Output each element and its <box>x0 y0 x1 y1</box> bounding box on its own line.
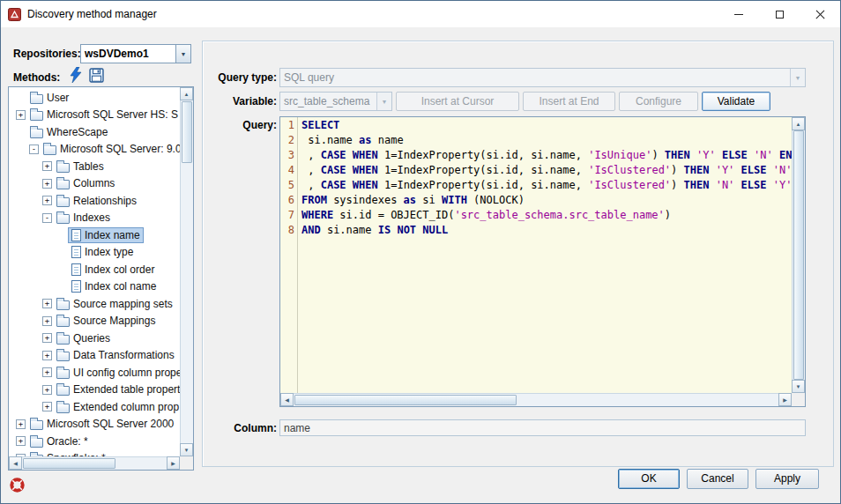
tree-node[interactable]: Index name <box>68 227 144 243</box>
tree-node[interactable]: Queries <box>55 330 114 346</box>
tree-node[interactable]: Data Transformations <box>55 347 178 363</box>
repositories-combo-arrow[interactable]: ▼ <box>175 45 190 63</box>
editor-code[interactable]: SELECT si.name as name , CASE WHEN 1=Ind… <box>299 117 792 393</box>
apply-button[interactable]: Apply <box>755 469 819 489</box>
method-tree[interactable]: User+Microsoft SQL Server HS: SWhereScap… <box>9 87 180 456</box>
repositories-label: Repositories: <box>13 48 81 60</box>
tree-scroll-right-button[interactable]: ▶ <box>167 456 180 470</box>
tree-node[interactable]: Microsoft SQL Server HS: S <box>28 107 180 122</box>
tree-item[interactable]: -Indexes <box>9 210 180 227</box>
tree-node[interactable]: Source mapping sets <box>55 296 176 312</box>
tree-item[interactable]: +Relationships <box>9 192 180 210</box>
expand-plus-icon[interactable]: + <box>42 299 52 308</box>
document-icon <box>71 280 81 293</box>
tree-scroll-up-button[interactable]: ▲ <box>180 87 193 100</box>
tree-item[interactable]: Index type <box>9 244 180 262</box>
editor-horizontal-scrollbar[interactable]: ◀ ▶ <box>280 393 792 406</box>
tree-item[interactable]: +Extended table propert <box>9 382 180 399</box>
editor-vscroll-thumb[interactable] <box>793 130 804 380</box>
tree-item[interactable]: WhereScape <box>9 123 180 141</box>
line-number: 7 <box>280 208 294 223</box>
tree-item-label: Microsoft SQL Server 2000 <box>47 418 174 430</box>
tree-scroll-down-button[interactable]: ▼ <box>180 443 193 456</box>
tree-node[interactable]: Index col name <box>68 278 160 294</box>
tree-item[interactable]: Index col order <box>9 261 180 278</box>
tree-item[interactable]: +Oracle: * <box>9 433 180 450</box>
tree-item[interactable]: +Tables <box>9 158 180 175</box>
tree-item[interactable]: +Extended column prop <box>9 398 180 416</box>
tree-item[interactable]: +Queries <box>9 330 180 347</box>
tree-node[interactable]: Microsoft SQL Server: 9.0 - <box>41 141 180 157</box>
expand-plus-icon[interactable]: + <box>42 179 52 189</box>
repositories-combo[interactable]: wsDVDemo1 ▼ <box>80 44 191 63</box>
editor-scroll-up-button[interactable]: ▲ <box>792 117 805 130</box>
tree-node[interactable]: User <box>28 90 72 106</box>
tree-node[interactable]: Index type <box>68 244 137 260</box>
tree-node[interactable]: Indexes <box>55 210 114 226</box>
close-button[interactable] <box>800 1 840 27</box>
validate-button[interactable]: Validate <box>702 92 770 111</box>
tree-node[interactable]: Oracle: * <box>28 434 92 449</box>
tree-horizontal-scrollbar[interactable]: ◀ ▶ <box>9 456 180 470</box>
variable-combo: src_table_schema ▼ <box>279 92 392 111</box>
tree-item[interactable]: +Columns <box>9 175 180 193</box>
expand-plus-icon[interactable]: + <box>16 436 26 446</box>
editor-hscroll-thumb[interactable] <box>294 395 517 405</box>
expand-plus-icon[interactable]: + <box>42 316 52 326</box>
tree-item[interactable]: User <box>9 89 180 107</box>
tree-item[interactable]: Index col name <box>9 278 180 296</box>
tree-hscroll-thumb[interactable] <box>23 458 115 469</box>
maximize-button[interactable] <box>759 1 800 27</box>
editor-scroll-right-button[interactable]: ▶ <box>778 393 792 406</box>
query-editor[interactable]: 12345678 SELECT si.name as name , CASE W… <box>279 116 806 407</box>
editor-scroll-left-button[interactable]: ◀ <box>280 393 294 406</box>
tree-node[interactable]: Relationships <box>55 193 140 209</box>
tree-node[interactable]: Index col order <box>68 262 158 278</box>
tree-node[interactable]: Tables <box>55 159 108 174</box>
tree-item[interactable]: +Source Mappings <box>9 313 180 330</box>
tree-node[interactable]: Microsoft SQL Server 2000 <box>28 416 177 432</box>
tree-node[interactable]: Extended column prop <box>55 399 180 415</box>
tree-item[interactable]: +Snowflake: * <box>9 450 180 457</box>
tree-node[interactable]: Snowflake: * <box>28 450 109 456</box>
refresh-methods-button[interactable] <box>66 66 84 84</box>
tree-item[interactable]: -Microsoft SQL Server: 9.0 - <box>9 141 180 159</box>
expand-plus-icon[interactable]: + <box>16 419 26 429</box>
expand-plus-icon[interactable]: + <box>42 385 52 395</box>
expand-plus-icon[interactable]: + <box>42 367 52 377</box>
tree-item[interactable]: +Microsoft SQL Server HS: S <box>9 107 180 124</box>
expand-plus-icon[interactable]: + <box>16 110 26 120</box>
help-status-button[interactable] <box>8 476 26 493</box>
tree-item[interactable]: +Source mapping sets <box>9 295 180 313</box>
save-methods-button[interactable] <box>87 66 105 84</box>
minimize-button[interactable] <box>718 1 759 27</box>
collapse-minus-icon[interactable]: - <box>29 145 39 154</box>
tree-node[interactable]: Source Mappings <box>55 313 159 329</box>
expand-plus-icon[interactable]: + <box>42 196 52 205</box>
expand-plus-icon[interactable]: + <box>42 333 52 343</box>
code-line: , CASE WHEN 1=IndexProperty(si.id, si.na… <box>301 148 792 163</box>
tree-item-label: Queries <box>73 332 110 345</box>
expand-plus-icon[interactable]: + <box>42 402 52 411</box>
expand-plus-icon[interactable]: + <box>42 161 52 171</box>
titlebar[interactable]: Discovery method manager <box>1 1 840 27</box>
tree-vertical-scrollbar[interactable]: ▲ ▼ <box>180 87 193 456</box>
editor-vertical-scrollbar[interactable]: ▲ ▼ <box>792 117 805 393</box>
tree-item[interactable]: Index name <box>9 226 180 244</box>
tree-node[interactable]: Extended table propert <box>55 382 180 397</box>
folder-icon <box>30 94 43 104</box>
tree-node[interactable]: UI config column prope <box>55 365 180 381</box>
tree-item[interactable]: +Microsoft SQL Server 2000 <box>9 416 180 434</box>
tree-item[interactable]: +UI config column prope <box>9 364 180 382</box>
tree-node[interactable]: Columns <box>55 175 118 191</box>
ok-button[interactable]: OK <box>618 469 680 489</box>
collapse-minus-icon[interactable]: - <box>42 213 52 223</box>
tree-scroll-left-button[interactable]: ◀ <box>9 456 22 470</box>
expand-plus-icon[interactable]: + <box>42 351 52 360</box>
cancel-button[interactable]: Cancel <box>687 469 748 489</box>
editor-scroll-down-button[interactable]: ▼ <box>792 380 805 393</box>
tree-vscroll-thumb[interactable] <box>182 101 192 163</box>
tree-node[interactable]: WhereScape <box>28 124 111 140</box>
tree-item[interactable]: +Data Transformations <box>9 347 180 365</box>
document-icon <box>71 229 81 241</box>
